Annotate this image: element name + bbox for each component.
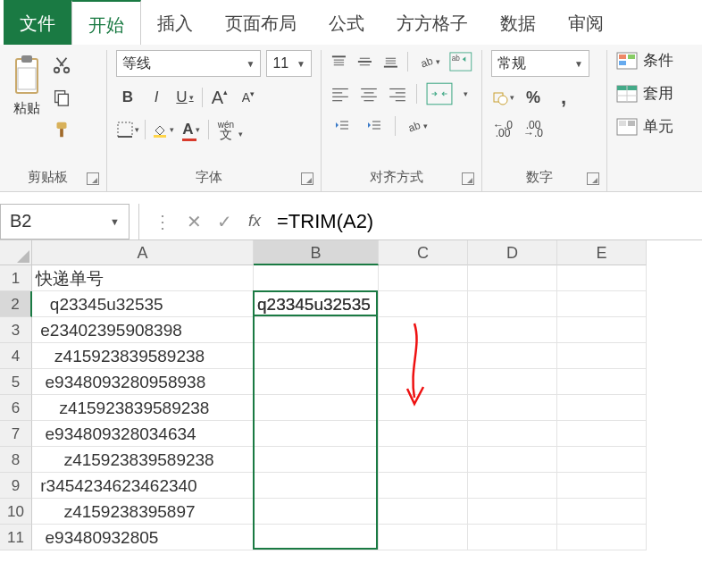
font-dialog-launcher[interactable] [301,172,313,185]
cell-D7[interactable] [468,421,557,447]
cell-E3[interactable] [557,317,647,343]
cell-A10[interactable]: z4159238395897 [32,499,254,525]
cell-A5[interactable]: e9348093280958938 [32,369,254,395]
decrease-decimal-button[interactable]: .00→.0 [522,118,545,141]
font-size-combo[interactable]: 11▼ [266,50,312,77]
conditional-format-button[interactable]: 条件 [616,50,673,71]
row-header-5[interactable]: 5 [0,369,32,395]
cell-E9[interactable] [557,473,647,499]
cell-D8[interactable] [468,447,557,473]
fx-accept-button[interactable]: ✓ [209,211,239,232]
cell-B9[interactable] [254,473,379,499]
cell-styles-button[interactable]: 单元 [616,116,673,137]
phonetic-guide-button[interactable]: wén文▾ [214,118,238,141]
column-header-E[interactable]: E [557,240,647,265]
cell-A11[interactable]: e93480932805 [32,525,254,550]
copy-button[interactable] [52,88,71,107]
cell-C1[interactable] [379,265,468,291]
row-header-9[interactable]: 9 [0,473,32,499]
cell-C8[interactable] [379,447,468,473]
row-header-8[interactable]: 8 [0,447,32,473]
number-format-combo[interactable]: 常规▼ [491,50,589,77]
column-header-A[interactable]: A [32,240,254,265]
increase-decimal-button[interactable]: ←.0.00 [491,118,514,141]
cell-B1[interactable] [254,265,379,291]
tab-formulas[interactable]: 公式 [313,0,380,45]
cell-A3[interactable]: e23402395908398 [32,317,254,343]
cell-D10[interactable] [468,499,557,525]
wrap-text-button[interactable]: ab [449,50,472,73]
tab-page-layout[interactable]: 页面布局 [209,0,313,45]
cell-D1[interactable] [468,265,557,291]
cell-D3[interactable] [468,317,557,343]
align-dialog-launcher[interactable] [462,172,474,185]
cell-A6[interactable]: z415923839589238 [32,395,254,421]
column-header-B[interactable]: B [254,240,379,265]
cell-B10[interactable] [254,499,379,525]
cell-B8[interactable] [254,447,379,473]
cell-E10[interactable] [557,499,647,525]
cell-C3[interactable] [379,317,468,343]
cell-B7[interactable] [254,421,379,447]
cell-C10[interactable] [379,499,468,525]
cell-E2[interactable] [557,291,647,317]
bold-button[interactable]: B [116,86,139,109]
format-painter-button[interactable] [52,120,71,139]
grow-font-button[interactable]: A▴ [208,86,231,109]
cell-A9[interactable]: r3454234623462340 [32,473,254,499]
increase-indent-button[interactable] [363,114,386,138]
cell-D5[interactable] [468,369,557,395]
fx-cancel-button[interactable]: ✕ [179,211,209,232]
paste-button[interactable]: 粘贴 [9,50,45,165]
align-center-button[interactable] [359,86,379,102]
borders-button[interactable]: ▾ [116,118,139,141]
cell-C2[interactable] [379,291,468,317]
orientation-2-button[interactable]: ab▾ [405,114,428,138]
row-header-6[interactable]: 6 [0,395,32,421]
cell-E5[interactable] [557,369,647,395]
align-bottom-button[interactable] [382,54,399,70]
clipboard-dialog-launcher[interactable] [87,172,99,185]
cell-D4[interactable] [468,343,557,369]
align-middle-button[interactable] [356,54,373,70]
tab-data[interactable]: 数据 [484,0,552,45]
cell-B3[interactable] [254,317,379,343]
cell-E6[interactable] [557,395,647,421]
fx-icon[interactable]: fx [248,212,261,231]
accounting-format-button[interactable]: ▾ [491,86,514,109]
row-header-1[interactable]: 1 [0,265,32,291]
row-header-10[interactable]: 10 [0,499,32,525]
column-header-D[interactable]: D [468,240,557,265]
cell-B4[interactable] [254,343,379,369]
row-header-2[interactable]: 2 [0,291,32,317]
tab-home[interactable]: 开始 [71,0,141,45]
cell-A2[interactable]: q23345u32535 [32,291,254,317]
cell-A7[interactable]: e934809328034634 [32,421,254,447]
cell-E1[interactable] [557,265,647,291]
cell-B11[interactable] [254,525,379,550]
cell-A4[interactable]: z415923839589238 [32,343,254,369]
cut-button[interactable] [52,55,71,75]
shrink-font-button[interactable]: A▾ [237,86,260,109]
tab-review[interactable]: 审阅 [552,0,620,45]
cell-B5[interactable] [254,369,379,395]
cell-E4[interactable] [557,343,647,369]
cell-C4[interactable] [379,343,468,369]
align-top-button[interactable] [330,54,347,70]
decrease-indent-button[interactable] [330,114,354,138]
cell-E8[interactable] [557,447,647,473]
cell-D11[interactable] [468,525,557,550]
row-header-4[interactable]: 4 [0,343,32,369]
percent-button[interactable]: % [522,86,545,109]
merge-center-button[interactable] [426,82,453,105]
column-header-C[interactable]: C [379,240,468,265]
cell-B6[interactable] [254,395,379,421]
formula-input[interactable] [270,206,702,237]
tab-ffgz[interactable]: 方方格子 [380,0,484,45]
cell-B2[interactable]: q23345u32535 [254,291,379,317]
row-header-7[interactable]: 7 [0,421,32,447]
cell-C6[interactable] [379,395,468,421]
cell-C9[interactable] [379,473,468,499]
tab-file[interactable]: 文件 [4,0,71,45]
cell-C7[interactable] [379,421,468,447]
